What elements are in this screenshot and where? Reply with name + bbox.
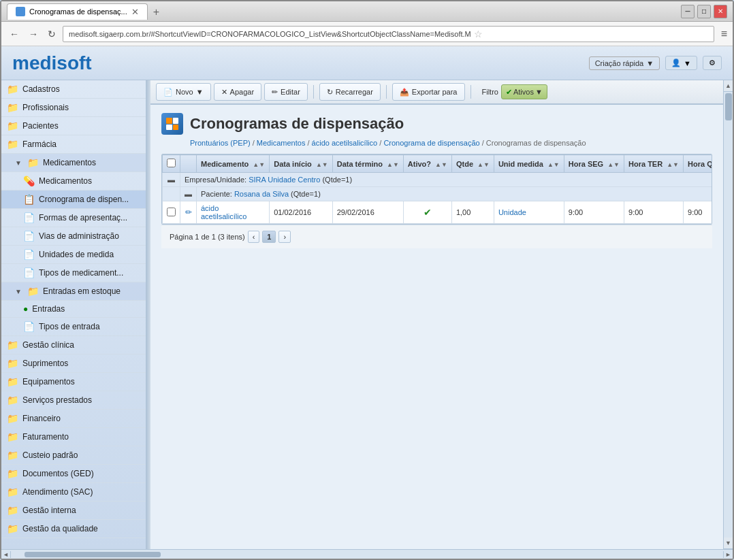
th-data-inicio[interactable]: Data início ▲▼ <box>270 155 333 173</box>
sidebar-item-gestao-interna[interactable]: 📁 Gestão interna <box>1 501 146 520</box>
th-hora-seg[interactable]: Hora SEG ▲▼ <box>564 155 624 173</box>
th-ativo[interactable]: Ativo? ▲▼ <box>403 155 451 173</box>
row-edit-icon[interactable]: ✏ <box>185 208 192 217</box>
doc-icon: 📄 <box>23 321 35 332</box>
sidebar-item-medicamentos-group[interactable]: ▼ 📁 Medicamentos <box>1 154 146 172</box>
sidebar-item-profissionais[interactable]: 📁 Profissionais <box>1 99 146 117</box>
select-all-checkbox[interactable] <box>167 159 176 167</box>
sidebar-item-gestao-clinica[interactable]: 📁 Gestão clínica <box>1 336 146 355</box>
sidebar-item-gestao-qualidade[interactable]: 📁 Gestão da qualidade <box>1 520 146 538</box>
breadcrumb-medicamentos[interactable]: Medicamentos <box>257 139 306 147</box>
th-unid-medida[interactable]: Unid medida ▲▼ <box>494 155 564 173</box>
active-tab[interactable]: Cronogramas de dispensaç... ✕ <box>7 3 148 20</box>
sidebar-item-label: Profissionais <box>22 103 69 112</box>
sidebar-item-vias[interactable]: 📄 Vias de administração <box>1 227 146 246</box>
folder-icon: 📁 <box>7 450 18 461</box>
sidebar-item-equipamentos[interactable]: 📁 Equipamentos <box>1 373 146 391</box>
sidebar-item-farmacia[interactable]: 📁 Farmácia <box>1 135 146 154</box>
new-tab-button[interactable]: + <box>149 5 163 20</box>
pagination-next[interactable]: › <box>278 231 291 243</box>
paciente-expand-col[interactable]: ▬ <box>180 187 197 201</box>
empresa-link[interactable]: SIRA Unidade Centro <box>249 176 320 184</box>
row-checkbox[interactable] <box>167 208 176 216</box>
minimize-button[interactable]: ─ <box>681 5 695 18</box>
breadcrumb-acido[interactable]: ácido acetilsalicílico <box>312 139 378 147</box>
group-expand-icon[interactable]: ▬ <box>167 176 175 184</box>
novo-button[interactable]: 📄 Novo ▼ <box>156 83 211 101</box>
paciente-expand-icon[interactable]: ▬ <box>185 190 192 198</box>
exportar-button[interactable]: 📤 Exportar para <box>392 83 465 101</box>
group-expand-cell[interactable]: ▬ <box>163 173 180 187</box>
breadcrumb-cronograma[interactable]: Cronograma de dispensação <box>383 139 479 147</box>
sidebar-item-faturamento[interactable]: 📁 Faturamento <box>1 428 146 446</box>
pagination-prev[interactable]: ‹ <box>248 231 260 243</box>
sidebar-item-cronograma[interactable]: 📋 Cronograma de dispen... <box>1 191 146 209</box>
scroll-up-arrow[interactable]: ▲ <box>724 80 733 92</box>
unidade-link[interactable]: Unidade <box>498 208 526 216</box>
sort-icon-data-termino: ▲▼ <box>387 161 399 168</box>
folder-icon: 📁 <box>7 120 18 131</box>
tab-close-button[interactable]: ✕ <box>131 7 139 17</box>
filtro-dropdown[interactable]: ✔ Ativos ▼ <box>501 84 547 99</box>
folder-icon: 📁 <box>27 157 39 168</box>
medicamento-link[interactable]: ácido acetilsalicílico <box>201 204 246 220</box>
refresh-button[interactable]: ↻ <box>45 27 59 41</box>
editar-button[interactable]: ✏ Editar <box>264 83 308 101</box>
sidebar-item-tipos-entrada[interactable]: 📄 Tipos de entrada <box>1 318 146 336</box>
th-hora-qua[interactable]: Hora QUA ▲▼ <box>684 155 712 173</box>
sidebar-item-formas[interactable]: 📄 Formas de apresentaç... <box>1 209 146 227</box>
browser-menu-icon[interactable]: ≡ <box>721 28 727 40</box>
apagar-button[interactable]: ✕ Apagar <box>214 83 261 101</box>
hscroll-thumb[interactable] <box>25 552 161 557</box>
maximize-button[interactable]: □ <box>697 5 711 18</box>
sidebar-item-ged[interactable]: 📁 Documentos (GED) <box>1 465 146 483</box>
bookmark-icon[interactable]: ☆ <box>474 29 483 39</box>
scroll-down-arrow[interactable]: ▼ <box>724 538 733 549</box>
sidebar-item-entradas[interactable]: ● Entradas <box>1 301 146 318</box>
sidebar-item-label: Cronograma de dispen... <box>39 195 129 204</box>
right-scrollbar[interactable]: ▲ ▼ <box>723 80 733 549</box>
criacao-rapida-dropdown-icon: ▼ <box>646 59 654 67</box>
apagar-label: Apagar <box>230 88 254 96</box>
row-checkbox-cell[interactable] <box>163 201 180 224</box>
bottom-scrollbar[interactable]: ◄ ► <box>1 549 733 559</box>
filtro-value: Ativos <box>513 88 534 96</box>
th-medicamento[interactable]: Medicamento ▲▼ <box>197 155 270 173</box>
sidebar-item-cadastros[interactable]: 📁 Cadastros <box>1 80 146 99</box>
back-button[interactable]: ← <box>7 27 22 41</box>
sidebar-item-pacientes[interactable]: 📁 Pacientes <box>1 117 146 135</box>
forward-button[interactable]: → <box>26 27 41 41</box>
app-logo: medisoft <box>12 52 92 74</box>
sidebar-item-label: Farmácia <box>22 139 57 149</box>
close-button[interactable]: ✕ <box>714 5 727 18</box>
page-content: Cronogramas de dispensação Prontuários (… <box>150 105 723 549</box>
sidebar-item-tipos-med[interactable]: 📄 Tipos de medicament... <box>1 264 146 282</box>
sidebar-item-entradas-estoque[interactable]: ▼ 📁 Entradas em estoque <box>1 282 146 301</box>
header-settings-button[interactable]: ⚙ <box>703 56 722 70</box>
scroll-right-arrow[interactable]: ► <box>723 551 733 558</box>
exportar-icon: 📤 <box>400 88 409 97</box>
address-bar[interactable]: medisoft.sigaerp.com.br/#ShortcutViewID=… <box>63 26 714 42</box>
row-edit-cell[interactable]: ✏ <box>180 201 197 224</box>
criacao-rapida-button[interactable]: Criação rápida ▼ <box>589 56 660 70</box>
sidebar-item-medicamentos[interactable]: 💊 Medicamentos <box>1 172 146 191</box>
scroll-left-arrow[interactable]: ◄ <box>1 551 11 558</box>
th-hora-ter[interactable]: Hora TER ▲▼ <box>624 155 684 173</box>
recarregar-button[interactable]: ↻ Recarregar <box>319 83 381 101</box>
th-qtde[interactable]: Qtde ▲▼ <box>451 155 494 173</box>
sidebar-item-servicos[interactable]: 📁 Serviços prestados <box>1 391 146 410</box>
paciente-link[interactable]: Rosana da Silva <box>234 190 289 198</box>
sidebar-item-sac[interactable]: 📁 Atendimento (SAC) <box>1 483 146 501</box>
pagination-page-1[interactable]: 1 <box>262 231 276 243</box>
scroll-thumb[interactable] <box>725 93 732 120</box>
sidebar-item-financeiro[interactable]: 📁 Financeiro <box>1 410 146 428</box>
doc-icon: 📄 <box>23 267 35 278</box>
sidebar-item-unidades-medida[interactable]: 📄 Unidades de medida <box>1 246 146 264</box>
th-data-termino[interactable]: Data término ▲▼ <box>332 155 403 173</box>
header-user-button[interactable]: 👤 ▼ <box>665 56 697 70</box>
folder-icon: 📁 <box>7 487 18 497</box>
user-dropdown-icon: ▼ <box>684 59 691 67</box>
sidebar-item-custeio[interactable]: 📁 Custeio padrão <box>1 446 146 465</box>
sidebar-item-suprimentos[interactable]: 📁 Suprimentos <box>1 355 146 373</box>
breadcrumb-prontuarios[interactable]: Prontuários (PEP) <box>190 139 251 147</box>
